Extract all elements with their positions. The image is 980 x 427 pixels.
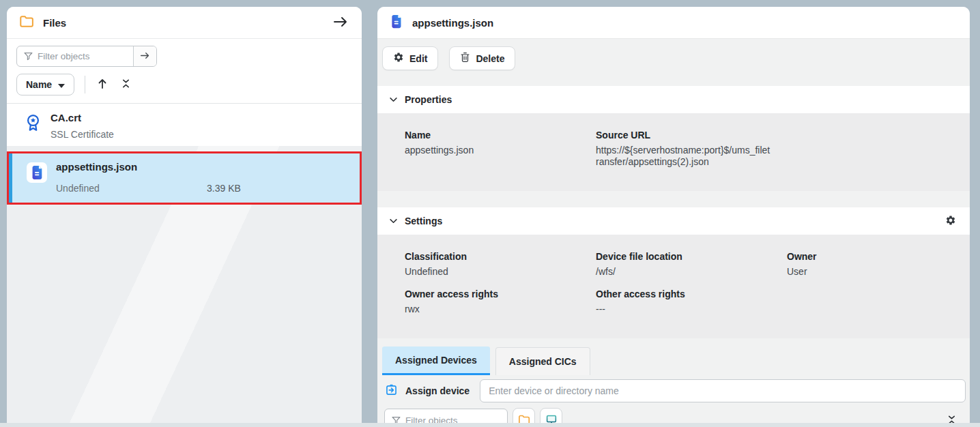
devices-filter-group <box>384 409 508 424</box>
field-label: Device file location <box>596 251 770 262</box>
selection-highlight-box: appsettings.json Undefined 3.39 KB <box>7 151 362 205</box>
file-name: CA.crt <box>51 112 81 123</box>
collapse-all-icon <box>947 415 956 424</box>
delete-button-label: Delete <box>476 53 504 64</box>
file-list: CA.crt SSL Certificate appsettings. <box>7 104 362 423</box>
files-filter-submit-button[interactable] <box>133 46 156 66</box>
json-file-icon <box>389 14 403 32</box>
list-item-appsettings-json[interactable]: appsettings.json Undefined 3.39 KB <box>9 153 360 203</box>
assign-device-label: Assign device <box>405 385 470 396</box>
settings-section: Settings Classification Undefined Device… <box>377 207 970 338</box>
assign-device-row: Assign device <box>377 379 970 402</box>
sort-by-label: Name <box>26 79 52 90</box>
files-filter-input[interactable] <box>38 46 133 66</box>
settings-body: Classification Undefined Device file loc… <box>377 235 970 338</box>
settings-section-header[interactable]: Settings <box>377 207 970 235</box>
files-filter-group <box>16 46 157 67</box>
sort-direction-button[interactable] <box>96 76 109 93</box>
folder-icon <box>518 415 530 424</box>
devices-filter-input[interactable] <box>405 409 507 424</box>
sort-ascending-icon <box>97 78 108 91</box>
field-name: Name appsettings.json <box>405 130 579 168</box>
caret-down-icon <box>58 79 65 90</box>
field-label: Owner access rights <box>405 289 579 299</box>
file-subtitle: SSL Certificate <box>51 129 114 140</box>
show-directories-button[interactable] <box>513 408 535 423</box>
file-subtitle: Undefined <box>56 183 100 194</box>
field-owner-access-rights: Owner access rights rwx <box>405 289 579 315</box>
tab-assigned-cics[interactable]: Assigned CICs <box>495 347 590 375</box>
field-label: Name <box>405 130 579 141</box>
delete-button[interactable]: Delete <box>449 46 515 70</box>
json-file-icon <box>27 162 47 183</box>
properties-section: Properties Name appsettings.json Source … <box>377 86 970 191</box>
file-name: appsettings.json <box>56 161 137 173</box>
assign-device-icon <box>384 383 399 400</box>
properties-heading: Properties <box>405 94 452 105</box>
edit-button-label: Edit <box>409 53 427 64</box>
arrow-right-icon <box>140 51 150 62</box>
field-label: Other access rights <box>596 289 770 299</box>
files-toolbar: Name <box>7 39 362 104</box>
files-panel-header: Files <box>7 7 362 39</box>
collapse-list-button[interactable] <box>946 413 957 424</box>
sort-row: Name <box>16 74 352 95</box>
field-value: User <box>787 266 962 278</box>
edit-button[interactable]: Edit <box>382 46 438 70</box>
field-device-file-location: Device file location /wfs/ <box>596 251 770 278</box>
detail-titlebar: appsettings.json <box>377 7 970 39</box>
field-source-url: Source URL https://${serverhostname:port… <box>596 130 770 168</box>
divider <box>85 76 85 93</box>
tab-assigned-devices[interactable]: Assigned Devices <box>382 347 490 375</box>
detail-panel: appsettings.json Edit Delete Properties … <box>377 7 970 423</box>
chevron-down-icon <box>390 98 397 102</box>
assign-device-input[interactable] <box>480 379 966 402</box>
field-value: https://${serverhostname:port}$/ums_file… <box>596 145 770 168</box>
properties-body: Name appsettings.json Source URL https:/… <box>377 113 970 191</box>
field-value: --- <box>596 304 770 315</box>
field-classification: Classification Undefined <box>405 251 579 278</box>
field-other-access-rights: Other access rights --- <box>596 289 770 315</box>
list-item-ca-crt[interactable]: CA.crt SSL Certificate <box>7 104 362 146</box>
field-value: rwx <box>405 304 579 315</box>
field-label: Source URL <box>596 130 770 141</box>
collapse-all-button[interactable] <box>120 77 132 92</box>
arrow-right-icon <box>333 16 348 30</box>
expand-panel-button[interactable] <box>332 14 349 31</box>
detail-toolbar: Edit Delete <box>377 39 970 78</box>
sort-by-dropdown[interactable]: Name <box>16 74 74 95</box>
show-devices-button[interactable] <box>540 408 562 423</box>
assignment-tabs: Assigned Devices Assigned CICs <box>377 347 970 375</box>
field-label: Owner <box>787 251 962 262</box>
filter-funnel-icon <box>385 409 405 424</box>
field-value: /wfs/ <box>596 266 770 278</box>
field-label: Classification <box>405 251 579 262</box>
folder-icon <box>19 15 34 31</box>
trash-icon <box>460 52 470 65</box>
devices-filter-row <box>377 408 970 423</box>
field-owner: Owner User <box>787 251 962 278</box>
monitor-icon <box>545 414 558 424</box>
filter-funnel-icon <box>17 46 38 66</box>
field-value: appsettings.json <box>405 145 579 156</box>
page-title: appsettings.json <box>412 17 493 29</box>
file-size: 3.39 KB <box>207 183 241 194</box>
chevron-down-icon <box>390 219 397 224</box>
properties-section-header[interactable]: Properties <box>377 86 970 113</box>
settings-gear-button[interactable] <box>944 214 957 229</box>
certificate-icon <box>24 113 42 136</box>
field-value: Undefined <box>405 266 579 278</box>
gear-icon <box>945 215 956 228</box>
gear-icon <box>393 52 404 65</box>
settings-heading: Settings <box>405 216 442 226</box>
frame-bottom-strip <box>0 423 980 427</box>
collapse-all-icon <box>121 78 130 91</box>
files-panel-title: Files <box>43 17 66 29</box>
files-panel: Files Name <box>7 7 362 423</box>
